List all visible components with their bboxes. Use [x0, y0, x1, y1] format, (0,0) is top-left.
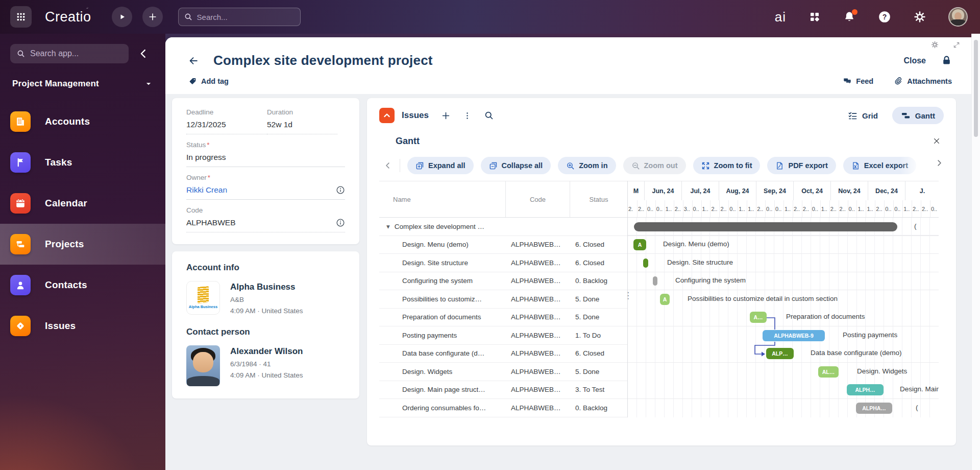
- issues-expander-button[interactable]: [379, 108, 395, 123]
- day-header-cell: 2..: [674, 200, 683, 217]
- gantt-table-row[interactable]: Possibilities to customiz…ALPHABWEB…5. D…: [379, 290, 627, 309]
- issues-search-button[interactable]: [484, 110, 494, 121]
- zoom-to-fit-button[interactable]: Zoom to fit: [693, 157, 761, 174]
- gantt-close-button[interactable]: [933, 137, 941, 145]
- status-field[interactable]: In progress: [186, 150, 345, 167]
- day-header-cell: 0..: [930, 200, 939, 217]
- account-row[interactable]: Alpha Business Alpha Business A&B 4:09 A…: [186, 281, 345, 315]
- account-logo: Alpha Business: [186, 281, 220, 315]
- user-avatar[interactable]: [948, 7, 968, 27]
- settings-button[interactable]: [914, 11, 926, 23]
- gantt-table-row[interactable]: Data base configurate (d…ALPHABWEB…6. Cl…: [379, 345, 627, 363]
- gantt-table-row[interactable]: Preparation of documentsALPHABWEB…5. Don…: [379, 309, 627, 327]
- sidebar-item-issues[interactable]: Issues: [0, 306, 165, 346]
- pdf-export-button[interactable]: PDF export: [767, 157, 836, 174]
- column-header-name[interactable]: Name: [379, 181, 505, 217]
- owner-field[interactable]: Rikki Crean: [186, 183, 345, 200]
- gantt-view-button[interactable]: Gantt: [892, 107, 944, 124]
- sidebar-item-calendar[interactable]: Calendar: [0, 183, 165, 224]
- attachments-button[interactable]: Attachments: [894, 77, 952, 86]
- duration-label: Duration: [267, 108, 345, 116]
- issues-menu-button[interactable]: [463, 111, 472, 120]
- gantt-bar[interactable]: A: [660, 294, 670, 305]
- help-button[interactable]: ?: [878, 10, 891, 24]
- deadline-field[interactable]: 12/31/2025: [186, 118, 267, 134]
- gantt-table-row[interactable]: Posting paymentsALPHABWEB…1. To Do: [379, 326, 627, 345]
- excel-export-button[interactable]: Excel export: [843, 157, 916, 174]
- month-header-cell: Jun, 24: [644, 181, 681, 200]
- duration-field[interactable]: 52w 1d: [267, 118, 337, 134]
- back-button[interactable]: [188, 55, 199, 66]
- day-header-cell: 0..: [811, 200, 820, 217]
- page-scrollbar[interactable]: [971, 34, 980, 470]
- app-search[interactable]: [10, 44, 129, 63]
- gantt-bar[interactable]: ALPHABWEB-9: [763, 330, 825, 341]
- grid-view-button[interactable]: Grid: [848, 111, 878, 121]
- add-tag-button[interactable]: Add tag: [189, 77, 229, 85]
- sidebar-collapse-button[interactable]: [138, 48, 149, 59]
- gantt-table-row[interactable]: Design. Site structureALPHABWEB…6. Close…: [379, 254, 627, 272]
- gantt-table-row[interactable]: Design. Menu (demo)ALPHABWEB…6. Closed: [379, 236, 627, 254]
- contact-name[interactable]: Alexander Wilson: [230, 346, 303, 357]
- app-search-input[interactable]: [30, 49, 112, 58]
- day-header-cell: 1..: [701, 200, 710, 217]
- zoom-in-button[interactable]: Zoom in: [558, 157, 616, 174]
- collapse-all-button[interactable]: Collapse all: [481, 157, 551, 174]
- gantt-bar[interactable]: [653, 276, 657, 286]
- task-code: ALPHABWEB…: [505, 332, 570, 339]
- task-name: Design. Widgets: [379, 368, 505, 375]
- gantt-bar-label: Design. Site structure: [667, 258, 733, 266]
- gantt-table-row[interactable]: Configuring the systemALPHABWEB…0. Backl…: [379, 272, 627, 291]
- global-search[interactable]: [178, 8, 301, 26]
- splitter-handle[interactable]: ⋮: [624, 294, 632, 297]
- gantt-bar[interactable]: ALP…: [766, 348, 794, 359]
- search-icon: [16, 49, 26, 58]
- task-name: Ordering consumables fo…: [379, 404, 505, 412]
- code-field[interactable]: ALPHABWEB: [186, 216, 345, 232]
- expand-page-icon[interactable]: [953, 41, 960, 49]
- column-header-status[interactable]: Status: [570, 181, 627, 217]
- gantt-bar[interactable]: ALPH…: [847, 384, 884, 395]
- app-launcher-button[interactable]: [10, 6, 32, 28]
- gantt-table-row[interactable]: ▾Complex site development …: [379, 218, 627, 236]
- flag-icon: [10, 152, 31, 173]
- column-header-code[interactable]: Code: [505, 181, 570, 217]
- sidebar-item-tasks[interactable]: Tasks: [0, 142, 165, 183]
- ai-logo[interactable]: ai: [775, 9, 786, 25]
- expand-all-button[interactable]: Expand all: [407, 157, 474, 174]
- workspaces-icon[interactable]: [808, 11, 821, 23]
- info-icon[interactable]: [336, 185, 345, 195]
- gantt-bar[interactable]: [634, 222, 897, 231]
- quick-add-button[interactable]: [142, 7, 163, 27]
- sidebar-item-contacts[interactable]: Contacts: [0, 265, 165, 306]
- sidebar-item-projects[interactable]: Projects: [0, 224, 165, 265]
- info-icon[interactable]: [336, 218, 345, 227]
- gantt-bar[interactable]: A: [633, 239, 646, 250]
- gantt-table-row[interactable]: Ordering consumables fo…ALPHABWEB…0. Bac…: [379, 399, 627, 417]
- toolbar-scroll-right-button[interactable]: [935, 158, 944, 168]
- collapse-caret-icon[interactable]: ▾: [386, 222, 390, 230]
- lock-icon[interactable]: [941, 55, 952, 66]
- add-issue-button[interactable]: [441, 111, 451, 121]
- gantt-bar[interactable]: [643, 258, 648, 268]
- scrollbar-thumb[interactable]: [974, 40, 978, 137]
- workspace-selector[interactable]: Project Management: [12, 79, 153, 89]
- notifications-button[interactable]: [843, 11, 855, 23]
- contact-row[interactable]: Alexander Wilson 6/3/1984 · 41 4:09 AM ·…: [186, 345, 345, 386]
- page-settings-gear-icon[interactable]: [931, 41, 939, 49]
- account-name[interactable]: Alpha Business: [230, 282, 303, 292]
- toolbar-scroll-left-button[interactable]: [379, 161, 397, 170]
- sidebar-item-accounts[interactable]: Accounts: [0, 101, 165, 142]
- feed-button[interactable]: Feed: [843, 77, 873, 86]
- gantt-table-row[interactable]: Design. WidgetsALPHABWEB…5. Done: [379, 363, 627, 381]
- zoom-out-button[interactable]: Zoom out: [623, 157, 686, 174]
- gantt-table-row[interactable]: Design. Main page struct…ALPHABWEB…3. To…: [379, 381, 627, 400]
- run-process-button[interactable]: [112, 7, 132, 27]
- gantt-bar[interactable]: AL…: [818, 366, 839, 378]
- month-header-cell: Oct, 24: [793, 181, 830, 200]
- global-search-input[interactable]: [197, 13, 284, 21]
- gantt-bar[interactable]: A…: [750, 312, 767, 323]
- project-details-panel: Deadline 12/31/2025 Duration 52w 1d Stat…: [172, 98, 359, 244]
- close-button[interactable]: Close: [903, 56, 926, 65]
- gantt-bar[interactable]: ALPHA…: [856, 403, 892, 414]
